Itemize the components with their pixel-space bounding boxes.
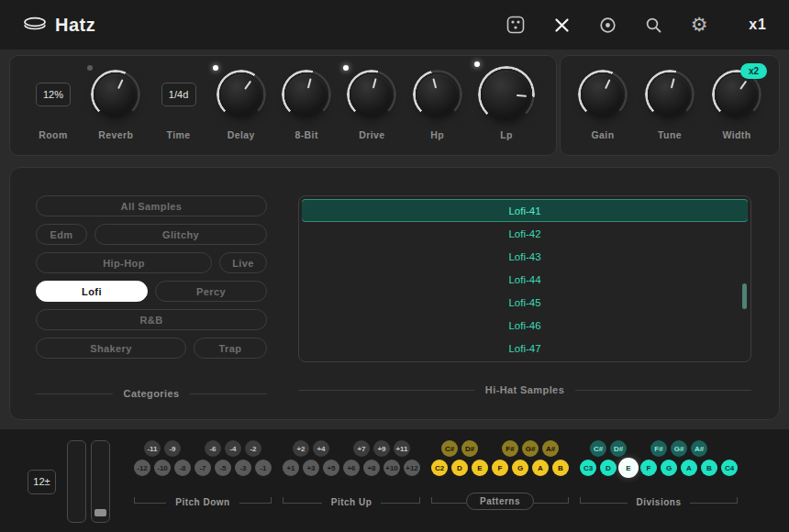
key-patterns-w-b[interactable]: B <box>552 460 569 476</box>
sample-lofi-45[interactable]: Lofi-45 <box>301 291 749 314</box>
key-pitch-down-b-9[interactable]: -9 <box>164 440 181 457</box>
sample-lofi-46[interactable]: Lofi-46 <box>301 314 749 337</box>
key-patterns-b-c[interactable]: C# <box>441 440 458 457</box>
key-pitch-down-w-7[interactable]: -7 <box>194 460 211 476</box>
tune-knob[interactable] <box>650 74 690 115</box>
8-bit-knob[interactable] <box>286 74 327 115</box>
category-all-samples[interactable]: All Samples <box>36 195 267 216</box>
key-patterns-b-f[interactable]: F# <box>502 440 518 457</box>
key-patterns-w-f[interactable]: F <box>492 460 508 476</box>
key-pitch-up-b-11[interactable]: +11 <box>394 440 410 457</box>
key-pitch-down-b-11[interactable]: -11 <box>144 440 161 457</box>
sample-lofi-41[interactable]: Lofi-41 <box>302 199 748 222</box>
key-pitch-up-w-10[interactable]: +10 <box>383 460 400 476</box>
key-divisions-w-f[interactable]: F <box>640 460 657 476</box>
value-box-time[interactable]: 1/4d <box>161 83 196 106</box>
category-edm[interactable]: Edm <box>36 224 87 245</box>
key-patterns-b-g[interactable]: G# <box>522 440 539 457</box>
key-divisions-w-d[interactable]: D <box>600 460 617 476</box>
delay-knob[interactable] <box>221 74 261 115</box>
key-divisions-b-g[interactable]: G# <box>671 440 687 457</box>
key-divisions-w-g[interactable]: G <box>661 460 677 476</box>
category-shakery[interactable]: Shakery <box>36 338 186 359</box>
category-percy[interactable]: Percy <box>155 281 267 302</box>
fader-left[interactable] <box>67 440 86 523</box>
fader-right[interactable] <box>91 440 110 523</box>
key-patterns-w-c2[interactable]: C2 <box>431 460 448 476</box>
key-pitch-down-w-10[interactable]: -10 <box>154 460 171 476</box>
key-pitch-down-w-5[interactable]: -5 <box>215 460 231 476</box>
multiplier-label[interactable]: x1 <box>749 17 767 33</box>
key-pitch-down-w-8[interactable]: -8 <box>174 460 191 476</box>
key-divisions-w-c3[interactable]: C3 <box>580 460 596 476</box>
group-bracket: Divisions <box>580 487 738 504</box>
close-icon[interactable] <box>550 14 572 36</box>
bracket-line-left <box>431 497 466 504</box>
category-trap[interactable]: Trap <box>194 338 267 359</box>
fx-control: 12% <box>36 68 71 121</box>
key-pitch-up-b-2[interactable]: +2 <box>293 440 309 457</box>
lp-knob[interactable] <box>483 71 530 118</box>
key-pitch-up-w-5[interactable]: +5 <box>323 460 339 476</box>
key-patterns-b-a[interactable]: A# <box>542 440 559 457</box>
key-patterns-w-e[interactable]: E <box>472 460 488 476</box>
key-pitch-up-w-1[interactable]: +1 <box>283 460 299 476</box>
search-icon[interactable] <box>642 14 664 36</box>
key-divisions-w-c4[interactable]: C4 <box>721 460 738 476</box>
reverb-knob[interactable] <box>95 74 136 115</box>
value-box-room[interactable]: 12% <box>36 83 71 106</box>
category-live[interactable]: Live <box>219 252 267 273</box>
white-keys: +1+3+5+6+8+10+12 <box>283 460 420 476</box>
key-pitch-down-b-2[interactable]: -2 <box>245 440 261 457</box>
fader-handle[interactable] <box>94 509 106 516</box>
key-pitch-down-w-12[interactable]: -12 <box>134 460 150 476</box>
key-patterns-w-d[interactable]: D <box>451 460 468 476</box>
sample-lofi-42[interactable]: Lofi-42 <box>301 222 749 245</box>
settings-icon[interactable]: ⚙ <box>688 14 710 36</box>
group-label-divisions: Divisions <box>628 497 691 507</box>
category-r-b[interactable]: R&B <box>36 309 267 330</box>
key-pitch-up-b-4[interactable]: +4 <box>313 440 329 457</box>
fx-panel-output: x2 GainTuneWidth <box>560 55 780 156</box>
divider-line <box>298 390 474 391</box>
scrollbar-thumb[interactable] <box>742 283 747 309</box>
key-pitch-up-b-7[interactable]: +7 <box>353 440 370 457</box>
key-patterns-w-a[interactable]: A <box>532 460 549 476</box>
hp-knob[interactable] <box>417 74 458 115</box>
sample-lofi-47[interactable]: Lofi-47 <box>301 337 749 360</box>
key-pitch-down-b-6[interactable]: -6 <box>205 440 221 457</box>
fx-tune: Tune <box>650 68 690 155</box>
key-divisions-b-c[interactable]: C# <box>590 440 606 457</box>
category-lofi[interactable]: Lofi <box>36 281 148 302</box>
sample-lofi-44[interactable]: Lofi-44 <box>301 268 749 291</box>
key-patterns-w-g[interactable]: G <box>512 460 528 476</box>
width-knob[interactable] <box>717 74 757 115</box>
sample-list[interactable]: Lofi-41Lofi-42Lofi-43Lofi-44Lofi-45Lofi-… <box>298 195 751 362</box>
key-pitch-up-w-6[interactable]: +6 <box>343 460 360 476</box>
semitone-range-box[interactable]: 12± <box>28 470 56 494</box>
category-hip-hop[interactable]: Hip-Hop <box>36 252 212 273</box>
gain-knob[interactable] <box>583 74 623 115</box>
key-pitch-down-b-4[interactable]: -4 <box>225 440 241 457</box>
key-divisions-w-b[interactable]: B <box>701 460 717 476</box>
key-pitch-up-b-9[interactable]: +9 <box>373 440 390 457</box>
drive-knob[interactable] <box>351 74 392 115</box>
key-divisions-w-e[interactable]: E <box>620 460 637 476</box>
key-pitch-down-w-1[interactable]: -1 <box>255 460 272 476</box>
record-icon[interactable] <box>596 14 618 36</box>
category-glitchy[interactable]: Glitchy <box>94 224 267 245</box>
group-label-patterns[interactable]: Patterns <box>466 493 534 510</box>
key-pitch-up-w-3[interactable]: +3 <box>303 460 319 476</box>
key-pitch-up-w-12[interactable]: +12 <box>404 460 420 476</box>
x2-badge[interactable]: x2 <box>740 63 767 79</box>
key-patterns-b-d[interactable]: D# <box>461 440 478 457</box>
key-divisions-b-a[interactable]: A# <box>691 440 707 457</box>
key-divisions-w-a[interactable]: A <box>681 460 697 476</box>
black-keys: -11-9-6-4-2 <box>134 440 272 457</box>
dice-icon[interactable] <box>505 14 527 36</box>
key-pitch-up-w-8[interactable]: +8 <box>363 460 380 476</box>
key-divisions-b-d[interactable]: D# <box>610 440 627 457</box>
key-divisions-b-f[interactable]: F# <box>650 440 667 457</box>
key-pitch-down-w-3[interactable]: -3 <box>235 460 251 476</box>
sample-lofi-43[interactable]: Lofi-43 <box>301 245 749 268</box>
